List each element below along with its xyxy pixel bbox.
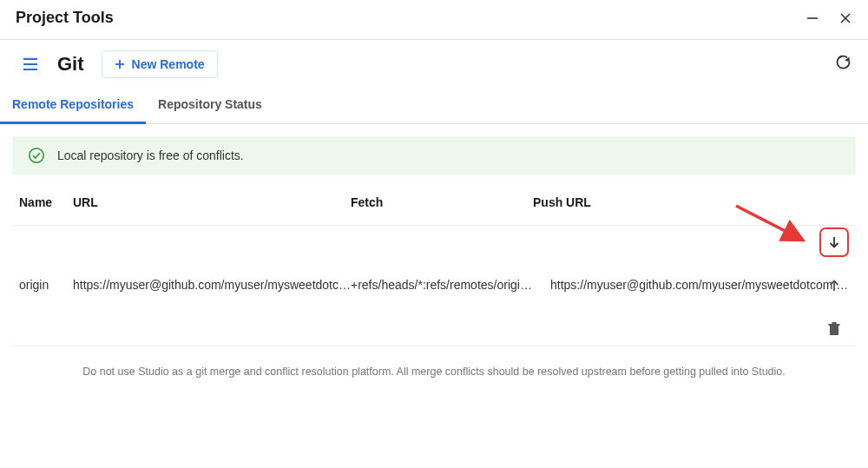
remotes-table: Name URL Fetch Push URL origin https://m… xyxy=(12,180,856,346)
table-header: Name URL Fetch Push URL xyxy=(12,180,856,226)
check-circle-icon xyxy=(28,147,45,164)
tab-repository-status[interactable]: Repository Status xyxy=(158,87,262,123)
arrow-up-icon xyxy=(826,278,842,293)
th-push: Push URL xyxy=(533,195,797,209)
row-actions xyxy=(819,227,849,344)
plus-icon xyxy=(115,59,125,69)
menu-icon[interactable] xyxy=(23,57,40,71)
table-row: origin https://myuser@github.com/myuser/… xyxy=(12,226,856,346)
table-body: origin https://myuser@github.com/myuser/… xyxy=(12,226,856,346)
th-actions xyxy=(797,195,849,209)
refresh-icon xyxy=(835,54,852,71)
refresh-button[interactable] xyxy=(835,54,852,75)
page-title: Git xyxy=(57,53,84,76)
toolbar: Git New Remote xyxy=(0,40,868,87)
arrow-down-icon xyxy=(826,234,842,250)
svg-point-8 xyxy=(30,148,43,162)
th-name: Name xyxy=(19,195,73,209)
delete-button[interactable] xyxy=(819,314,849,344)
cell-push: https://myuser@github.com/myuser/mysweet… xyxy=(533,278,849,292)
content: Local repository is free of conflicts. N… xyxy=(0,124,868,390)
minimize-icon[interactable] xyxy=(806,11,819,25)
titlebar: Project Tools xyxy=(0,0,868,40)
cell-fetch: +refs/heads/*:refs/remotes/origin/* xyxy=(351,278,533,292)
svg-rect-12 xyxy=(829,324,840,326)
svg-rect-13 xyxy=(832,322,837,324)
push-button[interactable] xyxy=(819,271,849,300)
window-controls xyxy=(806,11,852,25)
toolbar-left: Git New Remote xyxy=(23,50,218,78)
tabs: Remote Repositories Repository Status xyxy=(0,87,868,124)
footer-note: Do not use Studio as a git merge and con… xyxy=(12,346,856,378)
new-remote-button[interactable]: New Remote xyxy=(102,50,218,78)
cell-url: https://myuser@github.com/myuser/mysweet… xyxy=(73,278,351,292)
status-message: Local repository is free of conflicts. xyxy=(57,148,244,162)
window-title: Project Tools xyxy=(16,9,114,27)
svg-rect-11 xyxy=(830,326,838,335)
tab-remote-repositories[interactable]: Remote Repositories xyxy=(12,87,134,123)
cell-name: origin xyxy=(19,278,73,292)
trash-icon xyxy=(827,321,841,337)
th-url: URL xyxy=(73,195,351,209)
th-fetch: Fetch xyxy=(351,195,533,209)
status-banner: Local repository is free of conflicts. xyxy=(12,136,856,175)
close-icon[interactable] xyxy=(838,11,852,25)
pull-button[interactable] xyxy=(819,227,849,257)
new-remote-label: New Remote xyxy=(132,57,205,71)
